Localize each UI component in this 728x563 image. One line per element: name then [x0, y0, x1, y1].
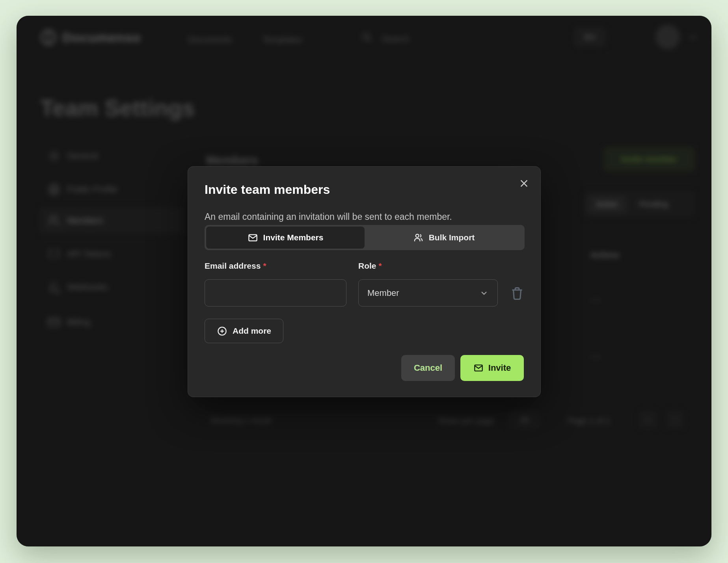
tab-label: Bulk Import — [429, 233, 475, 242]
tab-invite-members[interactable]: Invite Members — [206, 227, 365, 249]
tab-label: Invite Members — [263, 233, 324, 242]
email-address-label: Email address* — [205, 261, 266, 271]
cancel-button[interactable]: Cancel — [401, 355, 455, 381]
add-more-button[interactable]: Add more — [205, 319, 283, 343]
users-icon — [413, 232, 424, 243]
role-select[interactable]: Member — [358, 279, 498, 307]
dialog-title: Invite team members — [205, 182, 330, 197]
tab-bulk-import[interactable]: Bulk Import — [365, 227, 523, 249]
envelope-icon — [248, 232, 258, 243]
close-icon[interactable] — [518, 177, 530, 190]
invite-mode-tabs: Invite Members Bulk Import — [205, 225, 525, 250]
chevron-down-icon — [479, 288, 489, 298]
app-window: Documenso Documents Templates Search ⌘K … — [17, 16, 711, 546]
role-selected-value: Member — [367, 288, 399, 298]
dialog-subtitle: An email containing an invitation will b… — [205, 212, 452, 222]
role-label: Role* — [358, 261, 382, 271]
plus-circle-icon — [217, 326, 227, 336]
trash-icon — [510, 286, 525, 301]
envelope-icon — [473, 363, 484, 373]
invite-button-label: Invite — [488, 363, 511, 373]
add-more-label: Add more — [233, 326, 271, 336]
invite-team-members-dialog: Invite team members An email containing … — [188, 166, 541, 397]
required-asterisk: * — [263, 261, 266, 270]
required-asterisk: * — [379, 261, 382, 270]
invite-button[interactable]: Invite — [460, 355, 524, 381]
desktop-background: Documenso Documents Templates Search ⌘K … — [0, 0, 728, 563]
email-address-input[interactable] — [205, 279, 346, 307]
remove-row-button[interactable] — [510, 286, 525, 301]
